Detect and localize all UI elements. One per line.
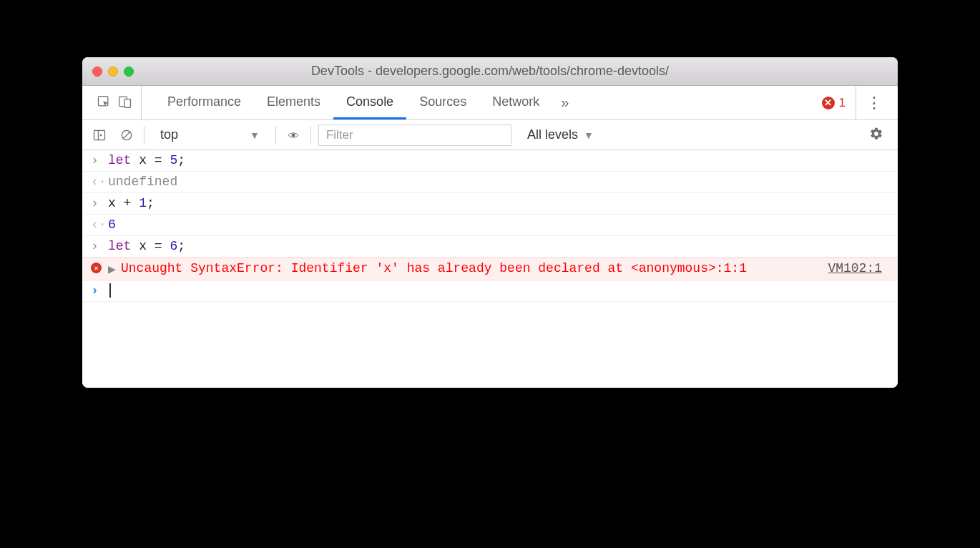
chevron-down-icon: ▼ xyxy=(584,129,594,141)
console-input[interactable] xyxy=(108,283,889,298)
console-toolbar: top ▼ All levels ▼ xyxy=(82,120,898,150)
console-output[interactable]: › let x = 5; ‹· undefined › x + 1; ‹· 6 … xyxy=(82,150,898,388)
console-prompt[interactable]: › xyxy=(82,280,898,302)
error-counter[interactable]: ✕ 1 xyxy=(815,96,853,110)
svg-point-7 xyxy=(292,134,295,137)
console-input-line: › let x = 6; xyxy=(82,236,898,258)
inspect-element-icon[interactable] xyxy=(97,94,111,112)
create-live-expression-button[interactable] xyxy=(283,125,303,145)
window-minimize-button[interactable] xyxy=(108,67,118,77)
input-chevron-icon: › xyxy=(91,196,108,210)
toggle-device-toolbar-icon[interactable] xyxy=(118,94,132,112)
devtools-window: DevTools - developers.google.com/web/too… xyxy=(82,57,898,388)
tabs-overflow-button[interactable]: » xyxy=(552,86,577,119)
window-maximize-button[interactable] xyxy=(124,67,134,77)
prompt-chevron-icon: › xyxy=(91,283,108,298)
traffic-lights xyxy=(92,67,134,77)
log-levels-selector[interactable]: All levels ▼ xyxy=(519,127,602,142)
levels-label: All levels xyxy=(527,127,578,142)
console-code: x + 1; xyxy=(108,196,889,210)
svg-rect-3 xyxy=(94,130,105,140)
filter-input[interactable] xyxy=(318,124,511,146)
error-icon: ✕ xyxy=(822,97,835,109)
console-code: let x = 6; xyxy=(108,239,889,253)
expand-error-icon[interactable]: ▶ xyxy=(108,261,121,277)
context-label: top xyxy=(160,127,178,142)
console-error-line[interactable]: ✕ ▶ Uncaught SyntaxError: Identifier 'x'… xyxy=(82,258,898,280)
window-close-button[interactable] xyxy=(92,67,102,77)
console-output-line: ‹· undefined xyxy=(82,172,898,193)
toolbar-divider xyxy=(275,126,276,145)
console-input-line: › x + 1; xyxy=(82,193,898,215)
output-chevron-icon: ‹· xyxy=(91,217,108,232)
panel-tabbar: Performance Elements Console Sources Net… xyxy=(82,86,898,120)
toggle-console-sidebar-button[interactable] xyxy=(89,125,109,145)
tab-performance[interactable]: Performance xyxy=(155,86,254,119)
chevron-down-icon: ▼ xyxy=(250,129,260,141)
error-message: Uncaught SyntaxError: Identifier 'x' has… xyxy=(121,261,828,275)
tab-console[interactable]: Console xyxy=(333,86,406,119)
console-settings-button[interactable] xyxy=(862,127,891,144)
tabbar-device-icons xyxy=(88,86,142,119)
tab-sources[interactable]: Sources xyxy=(406,86,479,119)
titlebar: DevTools - developers.google.com/web/too… xyxy=(82,57,898,86)
svg-line-6 xyxy=(123,132,130,139)
text-cursor xyxy=(109,283,111,298)
svg-rect-2 xyxy=(124,99,130,107)
input-chevron-icon: › xyxy=(91,153,108,167)
console-output-line: ‹· 6 xyxy=(82,215,898,236)
panel-tabs: Performance Elements Console Sources Net… xyxy=(155,86,812,119)
console-result: 6 xyxy=(108,217,889,232)
error-count: 1 xyxy=(839,96,846,110)
tab-elements[interactable]: Elements xyxy=(254,86,333,119)
error-line-icon: ✕ xyxy=(91,261,108,273)
execution-context-selector[interactable]: top ▼ xyxy=(152,127,268,142)
tab-network[interactable]: Network xyxy=(479,86,552,119)
console-result: undefined xyxy=(108,175,889,189)
error-source-link[interactable]: VM102:1 xyxy=(828,261,889,275)
toolbar-divider xyxy=(310,126,311,145)
main-menu-button[interactable]: ⋮ xyxy=(856,86,892,119)
console-code: let x = 5; xyxy=(108,153,889,167)
window-title: DevTools - developers.google.com/web/too… xyxy=(82,64,898,79)
input-chevron-icon: › xyxy=(91,239,108,253)
svg-rect-0 xyxy=(99,96,108,105)
toolbar-divider xyxy=(144,126,144,145)
output-chevron-icon: ‹· xyxy=(91,175,108,189)
clear-console-button[interactable] xyxy=(117,125,137,145)
console-input-line: › let x = 5; xyxy=(82,150,898,172)
